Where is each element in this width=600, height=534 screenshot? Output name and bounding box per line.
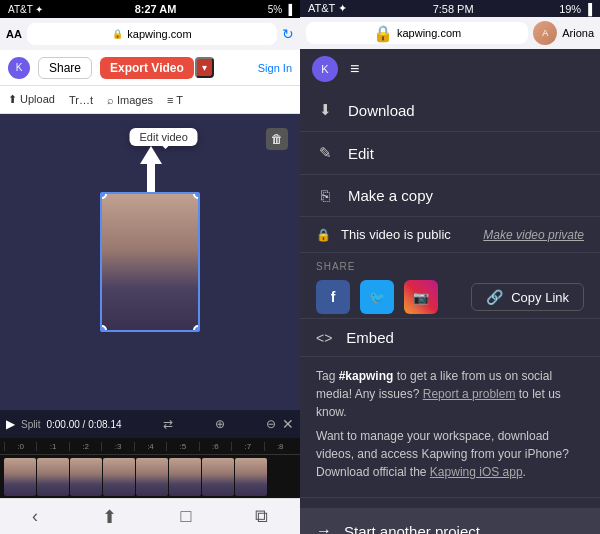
left-time: 8:27 AM <box>135 3 177 15</box>
edit-menu-item[interactable]: ✎ Edit <box>300 132 600 175</box>
twitter-button[interactable]: 🐦 <box>360 280 394 314</box>
user-avatar: A <box>533 21 557 45</box>
handle-bottom-right[interactable] <box>193 325 200 332</box>
download-menu-item[interactable]: ⬇ Download <box>300 89 600 132</box>
download-label: Download <box>348 102 415 119</box>
tag-paragraph-2: Want to manage your workspace, download … <box>316 427 584 481</box>
nav-images[interactable]: ⌕ Images <box>107 94 153 106</box>
right-logo: K <box>312 56 338 82</box>
bookmarks-button[interactable]: □ <box>180 506 191 527</box>
left-carrier: AT&T ✦ <box>8 4 43 15</box>
left-url-text: kapwing.com <box>127 28 191 40</box>
tag-section: Tag #kapwing to get a like from us on so… <box>300 357 600 498</box>
instagram-button[interactable]: 📷 <box>404 280 438 314</box>
film-frame <box>103 458 135 496</box>
ruler-tick: :3 <box>101 442 133 451</box>
start-project-label: Start another project <box>344 523 480 535</box>
edit-label: Edit <box>348 145 374 162</box>
nav-upload[interactable]: ⬆ Upload <box>8 93 55 106</box>
left-bottom-bar: ‹ ⬆ □ ⧉ <box>0 498 300 534</box>
privacy-row: 🔒 This video is public Make video privat… <box>300 217 600 253</box>
left-logo: K <box>8 57 30 79</box>
start-project-button[interactable]: → Start another project <box>300 508 600 534</box>
share-button[interactable]: Share <box>38 57 92 79</box>
share-icons-row: f 🐦 📷 🔗 Copy Link <box>316 280 584 314</box>
ruler-tick: :2 <box>69 442 101 451</box>
right-url-text: kapwing.com <box>397 27 461 39</box>
back-button[interactable]: ‹ <box>32 506 38 527</box>
arrow-head <box>140 146 162 164</box>
make-copy-label: Make a copy <box>348 187 433 204</box>
handle-bottom-left[interactable] <box>100 325 107 332</box>
delete-button[interactable]: 🗑 <box>266 128 288 150</box>
timeline-controls: ▶ Split 0:00.00 / 0:08.14 ⇄ ⊕ ⊖ ✕ <box>0 410 300 438</box>
tabs-button[interactable]: ⧉ <box>255 506 268 527</box>
lock-icon: 🔒 <box>112 29 123 39</box>
ruler-tick: :1 <box>36 442 68 451</box>
film-frame <box>235 458 267 496</box>
username-label: Ariona <box>562 27 594 39</box>
left-url-bar[interactable]: 🔒 kapwing.com <box>27 23 277 45</box>
public-text: This video is public <box>341 227 451 242</box>
white-arrow <box>140 146 162 196</box>
film-frame <box>37 458 69 496</box>
video-frame[interactable]: ↻ <box>100 192 200 332</box>
handle-top-right[interactable] <box>193 192 200 199</box>
film-frame <box>169 458 201 496</box>
edit-icon: ✎ <box>316 144 334 162</box>
left-battery: 5% ▐ <box>268 4 292 15</box>
export-video-button[interactable]: Export Video <box>100 57 194 79</box>
share-bottom-button[interactable]: ⬆ <box>102 506 117 528</box>
timeline-ruler: :0 :1 :2 :3 :4 :5 :6 :7 :8 <box>0 438 300 454</box>
report-link[interactable]: Report a problem <box>423 387 516 401</box>
start-arrow-icon: → <box>316 522 332 534</box>
timeline-strip <box>0 454 300 498</box>
left-panel: AT&T ✦ 8:27 AM 5% ▐ AA 🔒 kapwing.com ↻ K… <box>0 0 300 534</box>
nav-text[interactable]: Tr…t <box>69 94 93 106</box>
film-frame <box>202 458 234 496</box>
zoom-fit-button[interactable]: ⊖ <box>266 417 276 431</box>
film-frame <box>136 458 168 496</box>
embed-code-icon: <> <box>316 330 332 346</box>
copy-icon: ⎘ <box>316 187 334 204</box>
film-frame <box>70 458 102 496</box>
zoom-in-button[interactable]: ⊕ <box>215 417 225 431</box>
right-url-bar[interactable]: 🔒 kapwing.com <box>306 22 528 44</box>
tag-paragraph-1: Tag #kapwing to get a like from us on so… <box>316 367 584 421</box>
embed-menu-item[interactable]: <> Embed <box>300 318 600 357</box>
left-toolbar: K Share Export Video ▾ Sign In <box>0 50 300 86</box>
right-battery: 19% ▐ <box>559 3 592 15</box>
hashtag: #kapwing <box>339 369 394 383</box>
make-private-link[interactable]: Make video private <box>483 228 584 242</box>
timecode-display: 0:00.00 / 0:08.14 <box>46 419 121 430</box>
film-frame <box>4 458 36 496</box>
share-section-label: SHARE <box>316 261 584 272</box>
avatar-initials: A <box>542 28 548 38</box>
person-silhouette <box>102 194 198 330</box>
right-time: 7:58 PM <box>433 3 474 15</box>
ruler-tick: :8 <box>264 442 296 451</box>
ruler-tick: :5 <box>166 442 198 451</box>
copy-link-button[interactable]: 🔗 Copy Link <box>471 283 584 311</box>
right-panel: AT&T ✦ 7:58 PM 19% ▐ 🔒 kapwing.com A Ari… <box>300 0 600 534</box>
app-store-link[interactable]: Kapwing iOS app <box>430 465 523 479</box>
zoom-out-button[interactable]: ⇄ <box>163 417 173 431</box>
link-icon: 🔗 <box>486 289 503 305</box>
refresh-button[interactable]: ↻ <box>282 26 294 42</box>
nav-filter[interactable]: ≡ T <box>167 94 183 106</box>
aa-button[interactable]: AA <box>6 28 22 40</box>
split-button[interactable]: Split <box>21 419 40 430</box>
share-section: SHARE f 🐦 📷 🔗 Copy Link <box>300 253 600 318</box>
right-lock-icon: 🔒 <box>373 24 393 43</box>
edit-video-tooltip: Edit video <box>130 128 198 146</box>
make-copy-menu-item[interactable]: ⎘ Make a copy <box>300 175 600 217</box>
play-button[interactable]: ▶ <box>6 417 15 431</box>
facebook-button[interactable]: f <box>316 280 350 314</box>
left-canvas-area: Edit video 🗑 ↻ <box>0 114 300 410</box>
close-timeline-button[interactable]: ✕ <box>282 416 294 432</box>
right-carrier: AT&T ✦ <box>308 2 347 15</box>
film-strip <box>4 458 267 496</box>
hamburger-menu-icon[interactable]: ≡ <box>350 60 359 78</box>
signin-button[interactable]: Sign In <box>258 62 292 74</box>
export-chevron-button[interactable]: ▾ <box>195 57 214 78</box>
